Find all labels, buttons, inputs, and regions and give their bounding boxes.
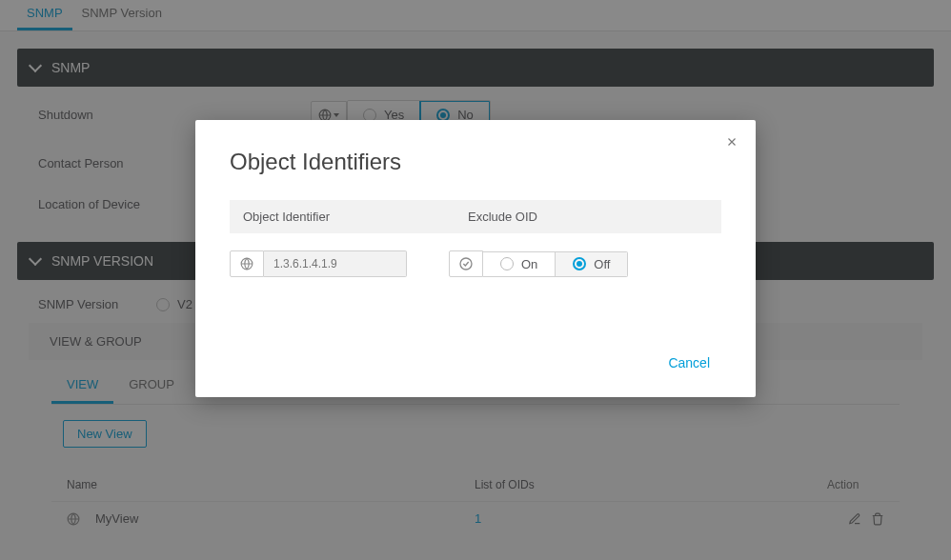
exclude-toggle: On Off bbox=[483, 251, 628, 277]
radio-icon bbox=[573, 257, 586, 270]
close-button[interactable] bbox=[725, 133, 739, 153]
globe-icon bbox=[240, 257, 253, 270]
toggle-off[interactable]: Off bbox=[556, 252, 627, 276]
check-prefix[interactable] bbox=[449, 250, 483, 277]
modal-overlay: Object Identifiers Object Identifier Exc… bbox=[0, 0, 951, 560]
check-circle-icon bbox=[458, 256, 474, 271]
object-identifiers-modal: Object Identifiers Object Identifier Exc… bbox=[195, 120, 756, 397]
oid-input[interactable] bbox=[264, 250, 407, 277]
modal-input-row: On Off bbox=[230, 250, 721, 277]
svg-point-3 bbox=[460, 258, 472, 270]
on-label: On bbox=[521, 257, 537, 271]
modal-column-headers: Object Identifier Exclude OID bbox=[230, 200, 721, 233]
col-exclude-oid: Exclude OID bbox=[468, 210, 708, 224]
modal-footer: Cancel bbox=[230, 350, 721, 376]
col-object-identifier: Object Identifier bbox=[243, 210, 468, 224]
off-label: Off bbox=[594, 257, 610, 271]
toggle-on[interactable]: On bbox=[483, 252, 556, 276]
globe-prefix[interactable] bbox=[230, 250, 264, 277]
close-icon bbox=[725, 135, 739, 149]
modal-title: Object Identifiers bbox=[230, 149, 721, 175]
cancel-button[interactable]: Cancel bbox=[657, 350, 721, 376]
radio-icon bbox=[500, 257, 514, 270]
